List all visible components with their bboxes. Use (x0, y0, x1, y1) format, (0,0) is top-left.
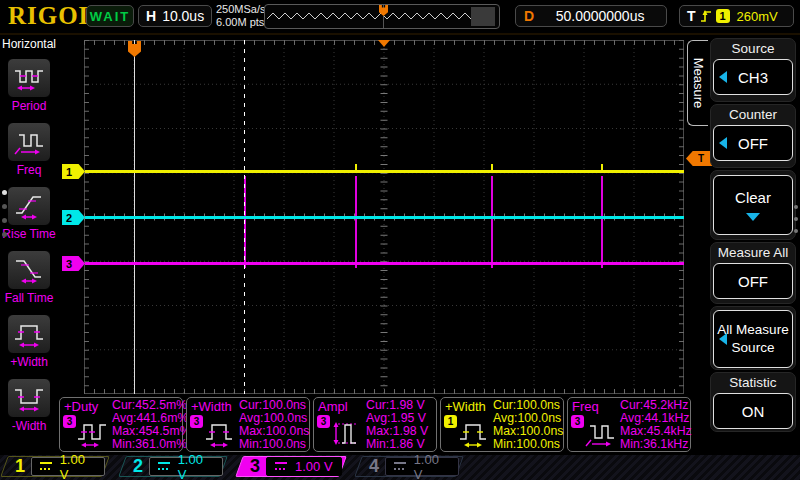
ch1-pulse (601, 164, 603, 170)
top-status-bar: RIGOL WAIT H 10.0us 250MSa/s 6.00M pts D… (0, 0, 800, 35)
trigger-label: T (687, 8, 696, 24)
measurement-freq-ch3[interactable]: Freq 3 Cur:45.2kHz Avg:44.1kHz Max:45.4k… (567, 397, 691, 452)
freq-icon (13, 128, 45, 156)
menu-measure-all[interactable]: Measure All OFF (710, 242, 796, 304)
status-text: WAIT (90, 9, 131, 24)
amplitude-icon (330, 417, 364, 449)
measurement-pwidth-ch1[interactable]: +Width 1 Cur:100.0ns Avg:100.0ns Max:100… (440, 397, 564, 452)
channel-chip-2[interactable]: 2 1.00 V (118, 456, 228, 477)
channel-chip-4[interactable]: 4 1.00 V (354, 456, 464, 477)
horizontal-scale-chip: H 10.0us (138, 5, 212, 27)
channel-status-bar: 1 1.00 V 2 1.00 V 3 1.00 V 4 1.00 V (0, 455, 800, 480)
menu-page-dot (794, 217, 798, 221)
menu-page-dot (2, 190, 7, 195)
ch2-ground-marker[interactable]: 2 (62, 210, 85, 225)
ch1-pulse (355, 164, 357, 170)
channel-chip-1[interactable]: 1 1.00 V (0, 456, 110, 477)
menu-clear[interactable]: Clear (710, 170, 796, 240)
ch3-pulse (355, 176, 357, 268)
left-arrow-icon (719, 333, 727, 345)
dc-coupling-icon (275, 462, 287, 471)
menu-item-neg-width[interactable]: -Width (0, 378, 58, 433)
ch2-trace (85, 216, 684, 219)
measurement-pduty-ch3[interactable]: +Duty 3 Cur:452.5m% Avg:441.6m% Max:454.… (59, 397, 183, 452)
trigger-chip: T 1 260mV (679, 5, 794, 27)
delay-value: 50.0000000us (534, 8, 666, 24)
dc-coupling-icon (40, 462, 52, 471)
sample-rate: 250MSa/s (216, 3, 266, 16)
ch3-ground-marker[interactable]: 3 (62, 256, 85, 271)
pos-width-icon (457, 417, 491, 449)
menu-item-freq[interactable]: Freq (0, 122, 58, 177)
dc-coupling-icon (394, 462, 406, 471)
pos-width-icon (203, 417, 237, 449)
trigger-level-marker[interactable]: T (686, 151, 712, 166)
ch3-trace (85, 262, 684, 265)
ch3-pulse (601, 176, 603, 268)
menu-page-dot (2, 232, 7, 237)
menu-counter[interactable]: Counter OFF (710, 104, 796, 168)
pos-width-icon (13, 320, 45, 348)
menu-item-rise-time[interactable]: Rise Time (0, 186, 58, 241)
rise-time-icon (13, 192, 45, 220)
delay-chip: D 50.0000000us (515, 5, 667, 27)
menu-page-dot (2, 218, 7, 223)
display-window-indicator (471, 7, 495, 26)
measure-menu-tab[interactable]: Measure (687, 40, 708, 126)
delay-label: D (524, 8, 534, 24)
memory-depth: 6.00M pts (216, 16, 266, 29)
fall-time-icon (13, 256, 45, 284)
memory-waveform-thumbnail (264, 4, 500, 29)
horizontal-label: H (146, 8, 156, 24)
trigger-source-badge: 1 (716, 9, 730, 23)
acquisition-status-badge: WAIT (86, 5, 134, 27)
measurement-ampl-ch3[interactable]: Ampl 3 Cur:1.98 V Avg:1.95 V Max:1.98 V … (313, 397, 437, 452)
dc-coupling-icon (158, 462, 170, 471)
trigger-center-marker (378, 40, 390, 47)
trigger-level-value: 260mV (737, 9, 778, 24)
menu-all-measure-source[interactable]: All Measure Source (710, 306, 796, 370)
pos-duty-icon (76, 417, 110, 449)
menu-page-dot (794, 229, 798, 233)
neg-width-icon (13, 384, 45, 412)
freq-icon (584, 417, 618, 449)
function-menu-title: Horizontal (0, 37, 58, 51)
measurement-pwidth-ch3[interactable]: +Width 3 Cur:100.0ns Avg:100.0ns Max:100… (186, 397, 310, 452)
menu-page-dot (2, 204, 7, 209)
rising-edge-icon (700, 9, 712, 23)
menu-statistic[interactable]: Statistic ON (710, 372, 796, 432)
menu-item-pos-width[interactable]: +Width (0, 314, 58, 369)
timebase-value: 10.0us (162, 8, 204, 24)
menu-item-period[interactable]: Period (0, 58, 58, 113)
left-arrow-icon (719, 71, 727, 83)
period-icon (13, 64, 45, 92)
ch3-pulse (491, 176, 493, 268)
measure-function-menu: Horizontal Period Freq Rise Time (0, 35, 58, 455)
menu-source[interactable]: Source CH3 (710, 38, 796, 102)
ch1-pulse (491, 164, 493, 170)
channel-chip-3-selected[interactable]: 3 1.00 V (235, 456, 347, 477)
rigol-logo: RIGOL (8, 2, 96, 30)
ch1-ground-marker[interactable]: 1 (62, 164, 85, 179)
ch1-trace (85, 170, 684, 173)
left-arrow-icon (719, 137, 727, 149)
acquisition-info: 250MSa/s 6.00M pts (216, 3, 266, 29)
menu-item-fall-time[interactable]: Fall Time (0, 250, 58, 305)
down-arrow-icon (746, 213, 760, 221)
menu-page-dot (794, 205, 798, 209)
